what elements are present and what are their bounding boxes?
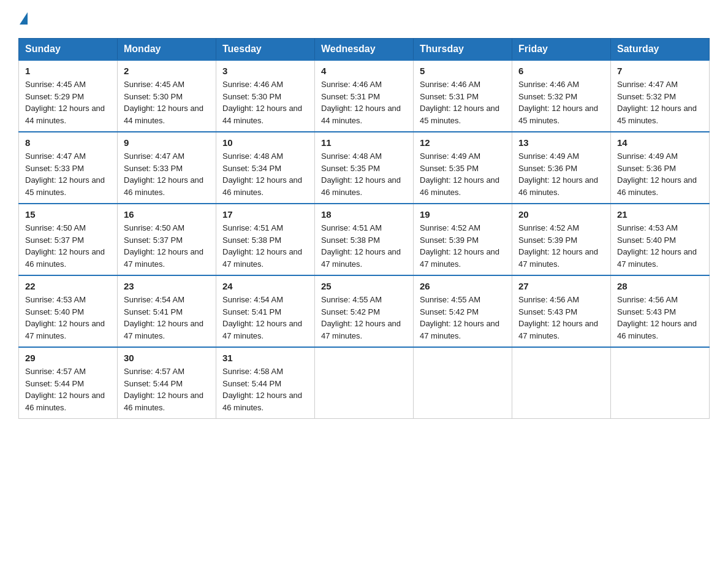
day-info: Sunrise: 4:53 AMSunset: 5:40 PMDaylight:… [25,295,105,340]
weekday-header-friday: Friday [512,39,611,61]
day-number: 8 [25,137,111,148]
day-info: Sunrise: 4:58 AMSunset: 5:44 PMDaylight:… [222,367,302,412]
calendar-cell: 20 Sunrise: 4:52 AMSunset: 5:39 PMDaylig… [512,204,611,275]
calendar-cell: 3 Sunrise: 4:46 AMSunset: 5:30 PMDayligh… [216,60,315,132]
calendar-cell: 4 Sunrise: 4:46 AMSunset: 5:31 PMDayligh… [315,60,414,132]
day-info: Sunrise: 4:53 AMSunset: 5:40 PMDaylight:… [617,223,697,269]
day-number: 17 [222,209,308,220]
calendar-cell: 6 Sunrise: 4:46 AMSunset: 5:32 PMDayligh… [512,60,611,132]
day-number: 5 [420,66,506,76]
calendar-cell [611,347,710,419]
day-number: 1 [25,66,111,76]
day-info: Sunrise: 4:46 AMSunset: 5:30 PMDaylight:… [222,80,302,125]
day-number: 4 [321,66,407,76]
day-info: Sunrise: 4:47 AMSunset: 5:33 PMDaylight:… [25,151,105,197]
calendar-cell: 27 Sunrise: 4:56 AMSunset: 5:43 PMDaylig… [512,275,611,347]
day-number: 14 [617,137,703,148]
day-number: 31 [222,353,308,363]
calendar-cell: 16 Sunrise: 4:50 AMSunset: 5:37 PMDaylig… [118,204,216,275]
weekday-header-row: SundayMondayTuesdayWednesdayThursdayFrid… [19,39,710,61]
day-number: 26 [420,281,506,291]
day-info: Sunrise: 4:57 AMSunset: 5:44 PMDaylight:… [25,367,105,412]
calendar-cell: 28 Sunrise: 4:56 AMSunset: 5:43 PMDaylig… [611,275,710,347]
calendar-cell: 19 Sunrise: 4:52 AMSunset: 5:39 PMDaylig… [414,204,512,275]
day-number: 24 [222,281,308,291]
day-info: Sunrise: 4:45 AMSunset: 5:29 PMDaylight:… [25,80,105,125]
calendar-cell: 26 Sunrise: 4:55 AMSunset: 5:42 PMDaylig… [414,275,512,347]
day-number: 13 [518,137,604,148]
calendar-cell: 7 Sunrise: 4:47 AMSunset: 5:32 PMDayligh… [611,60,710,132]
day-number: 25 [321,281,407,291]
day-number: 29 [25,353,111,363]
day-info: Sunrise: 4:45 AMSunset: 5:30 PMDaylight:… [124,80,203,125]
day-number: 23 [124,281,210,291]
logo-triangle-icon [20,12,28,25]
calendar-week-row: 1 Sunrise: 4:45 AMSunset: 5:29 PMDayligh… [19,60,710,132]
calendar-cell: 1 Sunrise: 4:45 AMSunset: 5:29 PMDayligh… [19,60,118,132]
day-info: Sunrise: 4:49 AMSunset: 5:36 PMDaylight:… [617,151,697,197]
day-number: 2 [124,66,210,76]
day-number: 7 [617,66,703,76]
weekday-header-saturday: Saturday [611,39,710,61]
day-info: Sunrise: 4:52 AMSunset: 5:39 PMDaylight:… [420,223,499,269]
day-number: 18 [321,209,407,220]
calendar-cell: 17 Sunrise: 4:51 AMSunset: 5:38 PMDaylig… [216,204,315,275]
day-info: Sunrise: 4:50 AMSunset: 5:37 PMDaylight:… [124,223,203,269]
calendar-cell: 14 Sunrise: 4:49 AMSunset: 5:36 PMDaylig… [611,132,710,204]
day-info: Sunrise: 4:51 AMSunset: 5:38 PMDaylight:… [222,223,302,269]
weekday-header-thursday: Thursday [414,39,512,61]
weekday-header-wednesday: Wednesday [315,39,414,61]
calendar-cell: 8 Sunrise: 4:47 AMSunset: 5:33 PMDayligh… [19,132,118,204]
day-info: Sunrise: 4:49 AMSunset: 5:35 PMDaylight:… [420,151,499,197]
calendar-cell: 9 Sunrise: 4:47 AMSunset: 5:33 PMDayligh… [118,132,216,204]
page-header [18,12,710,27]
day-number: 12 [420,137,506,148]
day-number: 11 [321,137,407,148]
day-number: 3 [222,66,308,76]
day-number: 19 [420,209,506,220]
calendar-cell: 15 Sunrise: 4:50 AMSunset: 5:37 PMDaylig… [19,204,118,275]
day-info: Sunrise: 4:47 AMSunset: 5:33 PMDaylight:… [124,151,203,197]
day-number: 30 [124,353,210,363]
calendar-cell: 2 Sunrise: 4:45 AMSunset: 5:30 PMDayligh… [118,60,216,132]
calendar-cell: 21 Sunrise: 4:53 AMSunset: 5:40 PMDaylig… [611,204,710,275]
calendar-cell: 24 Sunrise: 4:54 AMSunset: 5:41 PMDaylig… [216,275,315,347]
day-number: 6 [518,66,604,76]
day-info: Sunrise: 4:50 AMSunset: 5:37 PMDaylight:… [25,223,105,269]
calendar-cell: 29 Sunrise: 4:57 AMSunset: 5:44 PMDaylig… [19,347,118,419]
day-number: 15 [25,209,111,220]
day-info: Sunrise: 4:54 AMSunset: 5:41 PMDaylight:… [124,295,203,340]
day-number: 20 [518,209,604,220]
calendar-cell [315,347,414,419]
calendar-cell: 30 Sunrise: 4:57 AMSunset: 5:44 PMDaylig… [118,347,216,419]
day-info: Sunrise: 4:48 AMSunset: 5:34 PMDaylight:… [222,151,302,197]
calendar-cell: 11 Sunrise: 4:48 AMSunset: 5:35 PMDaylig… [315,132,414,204]
day-number: 28 [617,281,703,291]
calendar-cell: 22 Sunrise: 4:53 AMSunset: 5:40 PMDaylig… [19,275,118,347]
day-info: Sunrise: 4:47 AMSunset: 5:32 PMDaylight:… [617,80,697,125]
logo [18,12,28,27]
day-info: Sunrise: 4:56 AMSunset: 5:43 PMDaylight:… [518,295,598,340]
weekday-header-sunday: Sunday [19,39,118,61]
day-info: Sunrise: 4:56 AMSunset: 5:43 PMDaylight:… [617,295,697,340]
day-number: 21 [617,209,703,220]
day-number: 10 [222,137,308,148]
calendar-week-row: 29 Sunrise: 4:57 AMSunset: 5:44 PMDaylig… [19,347,710,419]
day-number: 22 [25,281,111,291]
calendar-week-row: 22 Sunrise: 4:53 AMSunset: 5:40 PMDaylig… [19,275,710,347]
calendar-week-row: 8 Sunrise: 4:47 AMSunset: 5:33 PMDayligh… [19,132,710,204]
day-info: Sunrise: 4:55 AMSunset: 5:42 PMDaylight:… [321,295,401,340]
day-number: 9 [124,137,210,148]
calendar-cell [512,347,611,419]
calendar-cell: 12 Sunrise: 4:49 AMSunset: 5:35 PMDaylig… [414,132,512,204]
day-info: Sunrise: 4:46 AMSunset: 5:31 PMDaylight:… [420,80,499,125]
day-info: Sunrise: 4:46 AMSunset: 5:31 PMDaylight:… [321,80,401,125]
calendar-cell: 10 Sunrise: 4:48 AMSunset: 5:34 PMDaylig… [216,132,315,204]
day-info: Sunrise: 4:48 AMSunset: 5:35 PMDaylight:… [321,151,401,197]
calendar-cell [414,347,512,419]
day-info: Sunrise: 4:46 AMSunset: 5:32 PMDaylight:… [518,80,598,125]
calendar-cell: 25 Sunrise: 4:55 AMSunset: 5:42 PMDaylig… [315,275,414,347]
calendar-cell: 13 Sunrise: 4:49 AMSunset: 5:36 PMDaylig… [512,132,611,204]
day-info: Sunrise: 4:49 AMSunset: 5:36 PMDaylight:… [518,151,598,197]
weekday-header-tuesday: Tuesday [216,39,315,61]
